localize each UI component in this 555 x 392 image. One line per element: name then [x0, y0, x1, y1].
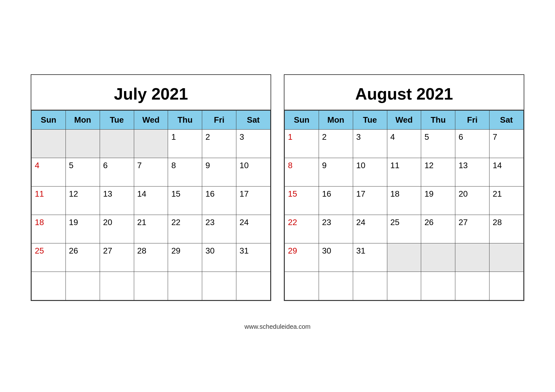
list-item: 26 — [421, 215, 455, 243]
list-item: 7 — [134, 158, 168, 187]
july-col-sat: Sat — [236, 111, 271, 130]
list-item — [387, 272, 421, 300]
table-row: 18192021222324 — [32, 215, 271, 243]
table-row: 123 — [32, 130, 271, 158]
list-item — [65, 130, 100, 158]
list-item: 4 — [32, 158, 66, 187]
list-item: 3 — [353, 130, 387, 158]
july-col-thu: Thu — [168, 111, 202, 130]
list-item: 16 — [319, 187, 353, 215]
list-item: 27 — [100, 243, 134, 272]
list-item — [455, 243, 490, 272]
list-item: 4 — [387, 130, 421, 158]
list-item: 10 — [236, 158, 271, 187]
list-item — [319, 272, 353, 300]
list-item — [353, 272, 387, 300]
list-item: 3 — [236, 130, 271, 158]
list-item: 25 — [387, 215, 421, 243]
list-item: 5 — [421, 130, 455, 158]
list-item — [134, 130, 168, 158]
list-item: 5 — [65, 158, 100, 187]
list-item: 12 — [421, 158, 455, 187]
list-item: 28 — [134, 243, 168, 272]
list-item — [100, 272, 134, 300]
list-item: 14 — [134, 187, 168, 215]
table-row: 15161718192021 — [285, 187, 524, 215]
august-header-row: Sun Mon Tue Wed Thu Fri Sat — [285, 111, 524, 130]
calendars-wrapper: July 2021 Sun Mon Tue Wed Thu Fri Sat 12… — [18, 62, 537, 314]
list-item — [421, 243, 455, 272]
list-item — [32, 130, 66, 158]
table-row: 1234567 — [285, 130, 524, 158]
list-item: 20 — [100, 215, 134, 243]
august-title: August 2021 — [284, 75, 524, 110]
list-item: 12 — [65, 187, 100, 215]
august-col-fri: Fri — [455, 111, 490, 130]
list-item: 14 — [490, 158, 524, 187]
list-item: 23 — [319, 215, 353, 243]
list-item — [168, 272, 202, 300]
august-col-sun: Sun — [285, 111, 319, 130]
list-item: 13 — [100, 187, 134, 215]
table-row: 22232425262728 — [285, 215, 524, 243]
list-item: 16 — [202, 187, 236, 215]
list-item: 25 — [32, 243, 66, 272]
july-body: 1234567891011121314151617181920212223242… — [32, 130, 271, 300]
august-calendar: August 2021 Sun Mon Tue Wed Thu Fri Sat … — [284, 74, 524, 301]
table-row: 11121314151617 — [32, 187, 271, 215]
list-item: 20 — [455, 187, 490, 215]
list-item: 24 — [353, 215, 387, 243]
website-label: www.scheduleidea.com — [245, 323, 311, 330]
list-item: 7 — [490, 130, 524, 158]
july-header-row: Sun Mon Tue Wed Thu Fri Sat — [32, 111, 271, 130]
july-col-mon: Mon — [65, 111, 100, 130]
august-col-tue: Tue — [353, 111, 387, 130]
table-row — [32, 272, 271, 300]
list-item: 21 — [490, 187, 524, 215]
list-item: 1 — [285, 130, 319, 158]
list-item: 10 — [353, 158, 387, 187]
list-item: 24 — [236, 215, 271, 243]
list-item — [32, 272, 66, 300]
list-item: 19 — [421, 187, 455, 215]
august-body: 1234567891011121314151617181920212223242… — [285, 130, 524, 300]
table-row: 45678910 — [32, 158, 271, 187]
list-item — [421, 272, 455, 300]
list-item: 2 — [319, 130, 353, 158]
august-col-mon: Mon — [319, 111, 353, 130]
list-item: 22 — [285, 215, 319, 243]
list-item: 9 — [319, 158, 353, 187]
august-col-sat: Sat — [490, 111, 524, 130]
list-item — [285, 272, 319, 300]
july-col-wed: Wed — [134, 111, 168, 130]
list-item: 11 — [387, 158, 421, 187]
july-col-sun: Sun — [32, 111, 66, 130]
footer: www.scheduleidea.com — [245, 323, 311, 330]
list-item — [202, 272, 236, 300]
list-item: 9 — [202, 158, 236, 187]
list-item: 30 — [202, 243, 236, 272]
list-item: 27 — [455, 215, 490, 243]
list-item: 15 — [168, 187, 202, 215]
list-item — [490, 272, 524, 300]
list-item: 30 — [319, 243, 353, 272]
august-col-thu: Thu — [421, 111, 455, 130]
list-item: 19 — [65, 215, 100, 243]
july-col-fri: Fri — [202, 111, 236, 130]
table-row: 293031 — [285, 243, 524, 272]
list-item — [387, 243, 421, 272]
list-item: 23 — [202, 215, 236, 243]
july-table: Sun Mon Tue Wed Thu Fri Sat 123456789101… — [31, 110, 271, 300]
list-item: 26 — [65, 243, 100, 272]
list-item: 13 — [455, 158, 490, 187]
list-item — [100, 130, 134, 158]
table-row — [285, 272, 524, 300]
july-title: July 2021 — [31, 75, 271, 110]
list-item: 11 — [32, 187, 66, 215]
table-row: 25262728293031 — [32, 243, 271, 272]
list-item: 29 — [285, 243, 319, 272]
list-item: 18 — [32, 215, 66, 243]
list-item: 28 — [490, 215, 524, 243]
list-item — [134, 272, 168, 300]
list-item — [65, 272, 100, 300]
